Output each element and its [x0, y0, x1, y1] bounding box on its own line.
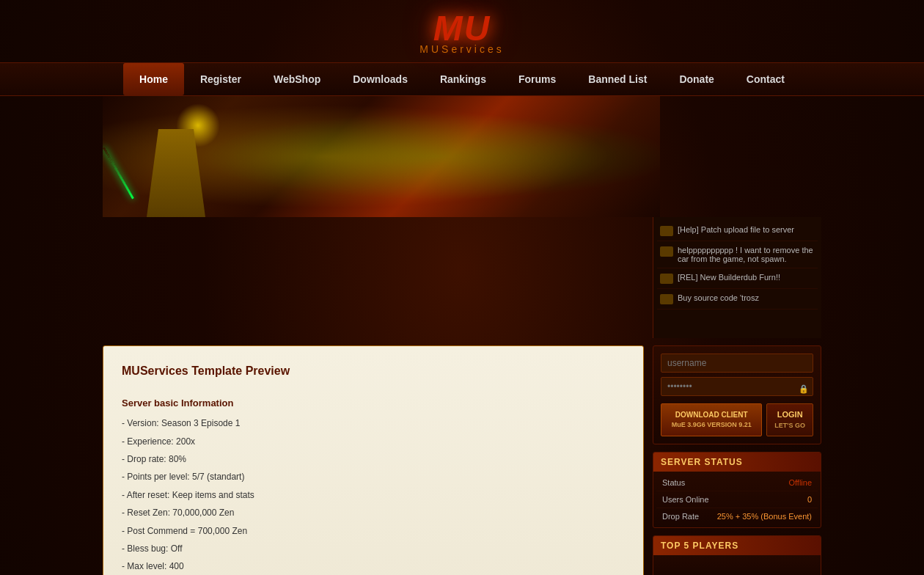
section1-title: Server basic Information [122, 395, 625, 411]
info-line: - Bless bug: Off [122, 541, 625, 556]
banner-sidebar: [Help] Patch upload file to server helpp… [653, 217, 821, 338]
login-button[interactable]: LOGIN LET'S GO [766, 403, 813, 436]
nav-downloads[interactable]: Downloads [337, 63, 424, 95]
site-subtitle: MUServices [0, 43, 924, 55]
chat-icon-1 [660, 226, 673, 236]
banner-area: [Help] Patch upload file to server helpp… [95, 96, 829, 338]
server-status-header: SERVER STATUS [653, 453, 821, 472]
top-players-header: TOP 5 PLAYERS [653, 536, 821, 555]
forum-post-3[interactable]: [REL] New Builderdub Furn!! [657, 268, 818, 289]
status-row-drop: Drop Rate 25% + 35% (Bonus Event) [656, 508, 818, 524]
nav-contact[interactable]: Contact [730, 63, 801, 95]
nav-register[interactable]: Register [184, 63, 257, 95]
nav-rankings[interactable]: Rankings [424, 63, 502, 95]
drop-rate-label: Drop Rate [662, 512, 699, 521]
forum-post-2[interactable]: helpppppppppp ! I want to remove the car… [657, 241, 818, 268]
forum-post-1[interactable]: [Help] Patch upload file to server [657, 221, 818, 241]
status-value: Offline [788, 478, 812, 487]
chat-icon-2 [660, 246, 673, 257]
info-line: - Drop rate: 80% [122, 452, 625, 466]
info-line: - After reset: Keep items and stats [122, 488, 625, 502]
main-nav: Home Register WebShop Downloads Rankings… [0, 62, 924, 96]
sidebar-right: 🔒 DOWNLOAD CLIENT MuE 3.9G6 VERSION 9.21… [653, 338, 821, 575]
status-row-users: Users Online 0 [656, 491, 818, 508]
password-input[interactable] [661, 377, 813, 396]
info-line: - Version: Season 3 Episode 1 [122, 416, 625, 431]
status-label: Status [662, 478, 685, 487]
users-online-value: 0 [807, 495, 812, 504]
nav-donate[interactable]: Donate [663, 63, 730, 95]
info-line: - Post Commend = 700,000 Zen [122, 524, 625, 538]
login-form: 🔒 DOWNLOAD CLIENT MuE 3.9G6 VERSION 9.21… [653, 346, 821, 444]
forum-post-4[interactable]: Buy source code 'trosz [657, 289, 818, 310]
login-buttons: DOWNLOAD CLIENT MuE 3.9G6 VERSION 9.21 L… [661, 403, 813, 436]
login-widget: 🔒 DOWNLOAD CLIENT MuE 3.9G6 VERSION 9.21… [653, 345, 821, 444]
top-players-content [653, 555, 821, 575]
top-players-widget: TOP 5 PLAYERS [653, 535, 821, 575]
nav-home[interactable]: Home [123, 63, 184, 95]
username-input[interactable] [661, 354, 813, 373]
status-table: Status Offline Users Online 0 Drop Rate … [653, 472, 821, 527]
eye-icon: 🔒 [799, 384, 809, 394]
username-wrapper [661, 354, 813, 377]
nav-forums[interactable]: Forums [502, 63, 572, 95]
status-row-status: Status Offline [656, 475, 818, 491]
nav-webshop[interactable]: WebShop [257, 63, 337, 95]
site-logo: MU [0, 11, 924, 46]
server-status-widget: SERVER STATUS Status Offline Users Onlin… [653, 452, 821, 528]
banner-image [103, 96, 660, 217]
info-line: - Experience: 200x [122, 434, 625, 449]
content-left: MUServices Template Preview Server basic… [103, 338, 644, 575]
main-content-box: MUServices Template Preview Server basic… [103, 345, 644, 575]
chat-icon-4 [660, 294, 673, 304]
download-client-button[interactable]: DOWNLOAD CLIENT MuE 3.9G6 VERSION 9.21 [661, 403, 762, 436]
info-line: - Max level: 400 [122, 559, 625, 574]
users-online-label: Users Online [662, 495, 709, 504]
info-line: - Reset Zen: 70,000,000 Zen [122, 505, 625, 520]
chat-icon-3 [660, 274, 673, 284]
header: MU MUServices [0, 0, 924, 62]
page-title: MUServices Template Preview [122, 361, 625, 381]
nav-banned-list[interactable]: Banned List [572, 63, 663, 95]
drop-rate-value: 25% + 35% (Bonus Event) [717, 512, 812, 521]
info-line: - Points per level: 5/7 (standart) [122, 469, 625, 484]
password-wrapper: 🔒 [661, 377, 813, 400]
